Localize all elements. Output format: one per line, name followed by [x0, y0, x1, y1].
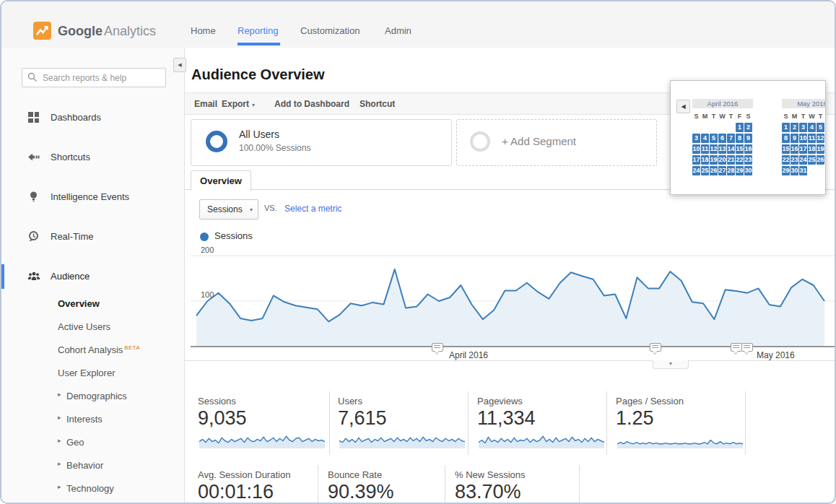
stat-value: 7,615: [338, 407, 387, 430]
page-title: Audience Overview: [191, 66, 325, 83]
active-item-indicator: [1, 264, 4, 289]
calendar-day: [817, 163, 824, 173]
spark-1: [338, 430, 466, 451]
stat-label: Avg. Session Duration: [198, 469, 290, 480]
stat-divider: [445, 465, 445, 503]
calendar-day: [727, 120, 735, 129]
stat-divider: [468, 391, 469, 455]
brand-analytics: Analytics: [104, 24, 156, 39]
segment-all-users[interactable]: All Users 100.00% Sessions: [191, 119, 452, 166]
subnav-geo[interactable]: ▸Geo: [1, 432, 184, 455]
stat-label: Sessions: [198, 396, 236, 407]
nav-reporting[interactable]: Reporting: [238, 25, 278, 36]
calendar-day: [692, 120, 700, 129]
x-tick-label: May 2016: [757, 350, 795, 360]
calendar-day: [825, 163, 826, 173]
sidebar-item-label: Intelligence Events: [51, 191, 129, 202]
annotation-marker-icon[interactable]: [432, 343, 443, 352]
subnav-overview[interactable]: Overview: [1, 293, 184, 316]
calendar-month-april: April 2016SMTWTFS12345678910111213141516…: [692, 99, 753, 173]
expand-arrow-icon: ▸: [58, 391, 61, 398]
calendar-day: [808, 163, 816, 173]
stat-divider: [606, 391, 607, 455]
lightbulb-icon: [27, 191, 40, 206]
add-segment-label: + Add Segment: [502, 135, 576, 147]
sidebar-item-intelligence-events[interactable]: Intelligence Events: [1, 185, 184, 209]
add-segment-ring-icon: [470, 131, 490, 152]
active-tab-underline: [238, 43, 280, 45]
x-tick-label: April 2016: [449, 350, 488, 360]
sidebar-item-real-time[interactable]: Real-Time: [1, 225, 184, 249]
nav-customization[interactable]: Customization: [300, 25, 360, 36]
segment-ring-icon: [206, 131, 227, 152]
subnav-technology[interactable]: ▸Technology: [1, 478, 184, 501]
subnav-cohort-analysis[interactable]: Cohort AnalysisBETA: [1, 339, 184, 362]
previous-month-button[interactable]: ◀: [676, 100, 690, 113]
subnav-demographics[interactable]: ▸Demographics: [1, 386, 184, 409]
metric-dropdown[interactable]: Sessions ▾: [199, 199, 258, 220]
calendar-day[interactable]: 24: [692, 166, 700, 175]
subnav-behavior[interactable]: ▸Behavior: [1, 455, 184, 478]
export-button[interactable]: Export▾: [222, 99, 255, 109]
tab-overview[interactable]: Overview: [191, 170, 251, 191]
calendar-day[interactable]: 30: [744, 166, 752, 175]
caret-down-icon: ▾: [252, 102, 255, 108]
select-a-metric-link[interactable]: Select a metric: [284, 204, 341, 214]
legend-dot-icon: [200, 233, 209, 241]
search-box: [22, 68, 166, 87]
calendar-day[interactable]: 27: [825, 155, 826, 165]
calendar-day[interactable]: 29: [736, 166, 744, 175]
nav-home[interactable]: Home: [191, 25, 216, 36]
segment-name: All Users: [239, 129, 279, 140]
calendar-day[interactable]: 20: [825, 144, 826, 154]
subnav-active-users[interactable]: Active Users: [1, 316, 184, 339]
calendar-day[interactable]: 26: [710, 166, 718, 175]
calendar-month-may: May 2016SMTWTFS1234567891011121314151617…: [782, 99, 826, 173]
shortcut-button[interactable]: Shortcut: [360, 99, 395, 109]
top-nav: Google Analytics Home Reporting Customiz…: [1, 1, 835, 48]
sidebar-item-shortcuts[interactable]: Shortcuts: [1, 145, 184, 170]
nav-admin[interactable]: Admin: [385, 25, 412, 36]
calendar-day[interactable]: 25: [701, 166, 709, 175]
calendar-day[interactable]: 13: [825, 134, 826, 143]
sidebar-item-dashboards[interactable]: Dashboards: [1, 105, 184, 130]
app-window: Google Analytics Home Reporting Customiz…: [0, 0, 836, 504]
legend-label: Sessions: [214, 230, 253, 241]
calendar-month-title: May 2016: [782, 99, 826, 108]
search-input[interactable]: [41, 71, 163, 85]
sidebar-item-label: Audience: [51, 271, 90, 282]
annotation-marker-icon[interactable]: [650, 343, 661, 352]
beta-badge: BETA: [124, 344, 140, 351]
expand-arrow-icon: ▸: [58, 437, 61, 444]
expand-arrow-icon: ▸: [58, 460, 61, 467]
stat-value: 1.25: [616, 407, 654, 430]
add-to-dashboard-button[interactable]: Add to Dashboard: [274, 99, 349, 109]
add-segment-button[interactable]: + Add Segment: [456, 119, 657, 166]
chart-collapse-tab[interactable]: ▼: [653, 360, 689, 369]
sidebar-item-audience[interactable]: Audience: [1, 264, 184, 289]
stat-label: Pages / Session: [616, 396, 684, 407]
stat-value: 11,334: [477, 407, 536, 430]
brand-google: Google: [58, 24, 103, 39]
calendar-day[interactable]: 27: [718, 166, 726, 175]
annotation-marker-icon[interactable]: [731, 343, 742, 352]
email-button[interactable]: Email: [194, 99, 217, 109]
calendar-day[interactable]: 31: [799, 166, 807, 175]
subnav-user-explorer[interactable]: User Explorer: [1, 362, 184, 386]
calendar-day[interactable]: 6: [825, 123, 826, 132]
spark-3: [616, 430, 744, 451]
calendar-day[interactable]: 28: [727, 166, 735, 175]
annotation-marker-icon[interactable]: [741, 343, 753, 352]
spark-0: [198, 430, 326, 451]
audience-subnav: Overview Active Users Cohort AnalysisBET…: [1, 293, 184, 501]
calendar-day[interactable]: 30: [791, 166, 798, 175]
stat-label: Pageviews: [477, 396, 523, 407]
calendar-day[interactable]: 29: [782, 166, 790, 175]
sidebar-item-label: Shortcuts: [51, 152, 90, 162]
caret-down-icon: ▾: [250, 207, 253, 213]
shortcuts-icon: [27, 151, 40, 166]
stat-label: Bounce Rate: [328, 469, 382, 480]
subnav-interests[interactable]: ▸Interests: [1, 409, 184, 432]
y-tick-100: 100: [201, 290, 214, 299]
sidebar-collapse-button[interactable]: ◀: [173, 58, 186, 72]
